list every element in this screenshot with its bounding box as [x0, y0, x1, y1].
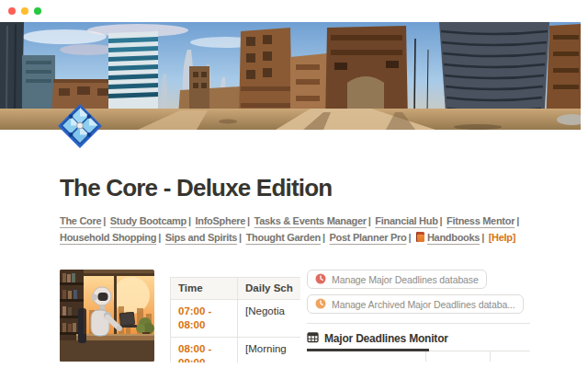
nav-link-help[interactable]: [Help] [489, 232, 515, 243]
page-icon-gem-icon[interactable] [57, 103, 103, 149]
nav-link-tasks-events-manager[interactable]: Tasks & Events Manager [254, 215, 367, 226]
nav-separator: | [481, 232, 484, 243]
manage-archived-deadlines-button[interactable]: Manage Archived Major Deadlines databa..… [307, 294, 524, 314]
button-label: Manage Archived Major Deadlines databa..… [332, 299, 515, 310]
nav-link-infosphere[interactable]: InfoSphere [196, 215, 245, 226]
tab-major-deadlines-monitor[interactable]: Major Deadlines Monitor [307, 331, 448, 346]
nav-link-study-bootcamp[interactable]: Study Bootcamp [110, 215, 187, 226]
nav-separator: | [188, 215, 191, 226]
activity-cell[interactable]: [Negotia [238, 300, 301, 338]
nav-separator: | [239, 232, 242, 243]
nav-link-thought-garden[interactable]: Thought Garden [246, 232, 321, 243]
nav-link-household-shopping[interactable]: Household Shopping [60, 232, 156, 243]
nav-separator: | [368, 215, 371, 226]
clock-orange-icon [315, 298, 326, 311]
table-header-row: Time Daily Sch [171, 278, 301, 300]
monitor-table-column-border [425, 351, 426, 362]
table-icon [307, 331, 319, 346]
active-tab-underline [307, 349, 429, 351]
handbooks-book-icon [416, 232, 424, 242]
nav-link-handbooks[interactable]: Handbooks [427, 232, 480, 243]
nav-separator: | [322, 232, 325, 243]
nav-separator: | [158, 232, 161, 243]
clock-red-icon [315, 273, 326, 286]
tab-label: Major Deadlines Monitor [324, 332, 448, 345]
button-label: Manage Major Deadlines database [332, 274, 479, 285]
daily-schedule-table: Time Daily Sch 07:00 - 08:00 [Negotia 08… [170, 277, 300, 362]
time-cell[interactable]: 07:00 - 08:00 [171, 300, 238, 338]
close-window-button[interactable] [8, 7, 16, 15]
nav-link-sips-and-spirits[interactable]: Sips and Spirits [165, 232, 237, 243]
nav-separator: | [408, 232, 411, 243]
notion-page-window: The Core - Deluxe Edition The Core| Stud… [0, 0, 588, 368]
manage-major-deadlines-button[interactable]: Manage Major Deadlines database [307, 270, 487, 289]
nav-separator: | [516, 215, 519, 226]
activity-cell[interactable]: [Morning [238, 338, 301, 363]
column-header-daily-schedule[interactable]: Daily Sch [238, 278, 301, 300]
minimize-window-button[interactable] [21, 7, 28, 15]
nav-link-the-core[interactable]: The Core [60, 215, 101, 226]
page-title: The Core - Deluxe Edition [60, 173, 332, 202]
nav-link-fitness-mentor[interactable]: Fitness Mentor [447, 215, 514, 226]
robot-photo[interactable] [60, 270, 154, 362]
window-titlebar [0, 0, 588, 22]
column-header-time[interactable]: Time [171, 278, 238, 300]
nav-link-financial-hub[interactable]: Financial Hub [375, 215, 437, 226]
nav-links: The Core| Study Bootcamp| InfoSphere| Ta… [60, 213, 574, 246]
table-row: 07:00 - 08:00 [Negotia [171, 300, 301, 338]
table-row: 08:00 - 09:00 [Morning [171, 338, 301, 363]
monitor-table-column-border [490, 351, 491, 362]
nav-separator: | [440, 215, 443, 226]
nav-separator: | [247, 215, 250, 226]
maximize-window-button[interactable] [34, 7, 41, 15]
nav-separator: | [103, 215, 106, 226]
section-divider [307, 323, 530, 324]
nav-link-post-planner-pro[interactable]: Post Planner Pro [330, 232, 407, 243]
time-cell[interactable]: 08:00 - 09:00 [171, 338, 238, 363]
